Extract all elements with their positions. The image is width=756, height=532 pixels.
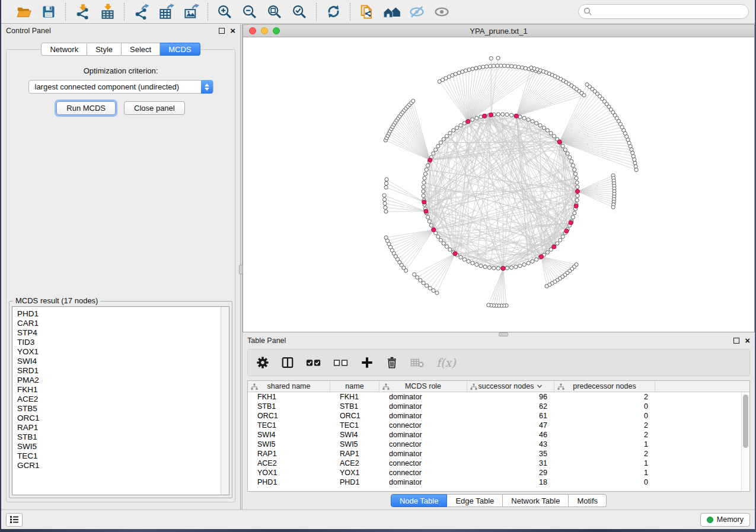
import-table-button[interactable] xyxy=(97,2,118,21)
table-cell[interactable]: 47 xyxy=(467,421,554,430)
first-neighbors-button[interactable] xyxy=(381,2,403,21)
export-image-button[interactable] xyxy=(180,2,202,21)
table-cell[interactable]: dominator xyxy=(379,411,467,421)
tab-network-table[interactable]: Network Table xyxy=(503,494,569,507)
result-node-item[interactable]: STB1 xyxy=(17,432,221,442)
deselect-all-button[interactable] xyxy=(333,357,349,368)
column-header-shared-name[interactable]: shared name xyxy=(248,381,330,392)
result-list-scrollbar[interactable] xyxy=(221,307,229,495)
close-panel-icon[interactable]: × xyxy=(230,28,235,34)
table-row[interactable]: PHD1PHD1dominator180 xyxy=(248,477,741,487)
table-cell[interactable]: connector xyxy=(379,468,467,477)
delete-table-button[interactable] xyxy=(410,357,425,368)
add-column-button[interactable] xyxy=(361,356,374,369)
table-row[interactable]: ACE2ACE2connector311 xyxy=(248,459,741,468)
tab-node-table[interactable]: Node Table xyxy=(391,494,448,507)
table-row[interactable]: RAP1RAP1dominator352 xyxy=(248,449,741,459)
tab-mcds[interactable]: MCDS xyxy=(160,43,200,56)
task-history-button[interactable] xyxy=(6,513,23,527)
table-cell[interactable]: ORC1 xyxy=(248,411,330,421)
zoom-fit-button[interactable] xyxy=(264,2,285,21)
tab-style[interactable]: Style xyxy=(87,43,122,56)
table-cell[interactable]: 46 xyxy=(467,430,554,440)
table-cell[interactable]: SWI5 xyxy=(330,440,379,449)
export-table-button[interactable] xyxy=(155,2,177,21)
column-header-name[interactable]: name xyxy=(330,381,379,392)
run-mcds-button[interactable]: Run MCDS xyxy=(56,101,116,115)
table-settings-button[interactable] xyxy=(256,356,269,369)
table-cell[interactable]: ACE2 xyxy=(248,459,330,468)
zoom-in-button[interactable] xyxy=(214,2,235,21)
float-table-panel-icon[interactable] xyxy=(733,338,739,344)
table-row[interactable]: ORC1ORC1dominator610 xyxy=(248,411,741,421)
table-row[interactable]: YOX1YOX1connector291 xyxy=(248,468,741,477)
table-row[interactable]: SWI5SWI5connector431 xyxy=(248,440,741,449)
result-node-item[interactable]: RAP1 xyxy=(17,423,221,432)
result-node-item[interactable]: SRD1 xyxy=(17,366,221,376)
result-node-item[interactable]: ORC1 xyxy=(17,414,221,423)
table-cell[interactable]: ACE2 xyxy=(330,459,379,468)
result-node-item[interactable]: GCR1 xyxy=(17,461,221,470)
table-cell[interactable]: connector xyxy=(379,459,467,468)
result-node-item[interactable]: CAR1 xyxy=(17,319,221,328)
float-panel-icon[interactable] xyxy=(219,28,225,34)
table-row[interactable]: FKH1FKH1dominator962 xyxy=(248,392,741,402)
table-cell[interactable]: 29 xyxy=(467,468,554,477)
select-all-button[interactable] xyxy=(306,357,321,368)
table-cell[interactable]: 61 xyxy=(467,411,554,421)
table-cell[interactable]: FKH1 xyxy=(248,392,330,402)
network-canvas[interactable] xyxy=(243,37,754,332)
table-cell[interactable]: 96 xyxy=(467,392,554,402)
table-cell[interactable]: YOX1 xyxy=(330,468,379,477)
column-header-predecessor-nodes[interactable]: predecessor nodes xyxy=(554,381,655,392)
table-cell[interactable]: 2 xyxy=(554,421,655,430)
table-cell[interactable]: 2 xyxy=(554,449,655,459)
table-cell[interactable]: 0 xyxy=(554,402,655,411)
table-cell[interactable]: 2 xyxy=(554,392,655,402)
table-cell[interactable]: TEC1 xyxy=(330,421,379,430)
table-cell[interactable]: dominator xyxy=(379,430,467,440)
tab-select[interactable]: Select xyxy=(122,43,160,56)
result-node-item[interactable]: FKH1 xyxy=(17,385,221,395)
open-file-button[interactable] xyxy=(13,2,34,21)
table-cell[interactable]: 1 xyxy=(554,440,655,449)
table-cell[interactable]: dominator xyxy=(379,449,467,459)
table-cell[interactable]: FKH1 xyxy=(330,392,379,402)
table-cell[interactable]: dominator xyxy=(379,392,467,402)
table-cell[interactable]: connector xyxy=(379,440,467,449)
table-cell[interactable]: SWI4 xyxy=(248,430,330,440)
import-network-button[interactable] xyxy=(72,2,93,21)
memory-button[interactable]: Memory xyxy=(700,513,750,527)
delete-column-button[interactable] xyxy=(385,356,398,369)
result-node-item[interactable]: TID3 xyxy=(17,338,221,347)
table-cell[interactable]: 62 xyxy=(467,402,554,411)
table-row[interactable]: SWI4SWI4dominator462 xyxy=(248,430,741,440)
table-cell[interactable]: 0 xyxy=(554,411,655,421)
table-cell[interactable]: ORC1 xyxy=(330,411,379,421)
result-node-item[interactable]: TEC1 xyxy=(17,451,221,461)
table-row[interactable]: STB1STB1dominator620 xyxy=(248,402,741,411)
column-header-successor-nodes[interactable]: successor nodes xyxy=(467,381,554,392)
table-row[interactable]: TEC1TEC1connector472 xyxy=(248,421,741,430)
network-titlebar[interactable]: YPA_prune.txt_1 xyxy=(243,25,754,37)
tab-edge-table[interactable]: Edge Table xyxy=(447,494,503,507)
table-cell[interactable]: 31 xyxy=(467,459,554,468)
table-cell[interactable]: PHD1 xyxy=(330,477,379,487)
table-cell[interactable]: SWI5 xyxy=(248,440,330,449)
result-node-item[interactable]: PHD1 xyxy=(17,309,221,319)
table-cell[interactable]: 1 xyxy=(554,459,655,468)
export-network-button[interactable] xyxy=(130,2,152,21)
table-cell[interactable]: TEC1 xyxy=(248,421,330,430)
show-all-button[interactable] xyxy=(431,2,452,21)
table-cell[interactable]: YOX1 xyxy=(248,468,330,477)
function-builder-button[interactable]: f(x) xyxy=(436,356,456,369)
table-cell[interactable]: connector xyxy=(379,421,467,430)
result-node-item[interactable]: PMA2 xyxy=(17,376,221,385)
search-input[interactable] xyxy=(578,4,749,19)
column-header-MCDS-role[interactable]: MCDS role xyxy=(379,381,467,392)
table-cell[interactable]: 0 xyxy=(554,477,655,487)
result-node-item[interactable]: SWI5 xyxy=(17,442,221,451)
toggle-panels-button[interactable] xyxy=(281,356,294,369)
hide-selected-button[interactable] xyxy=(406,2,428,21)
table-cell[interactable]: RAP1 xyxy=(248,449,330,459)
